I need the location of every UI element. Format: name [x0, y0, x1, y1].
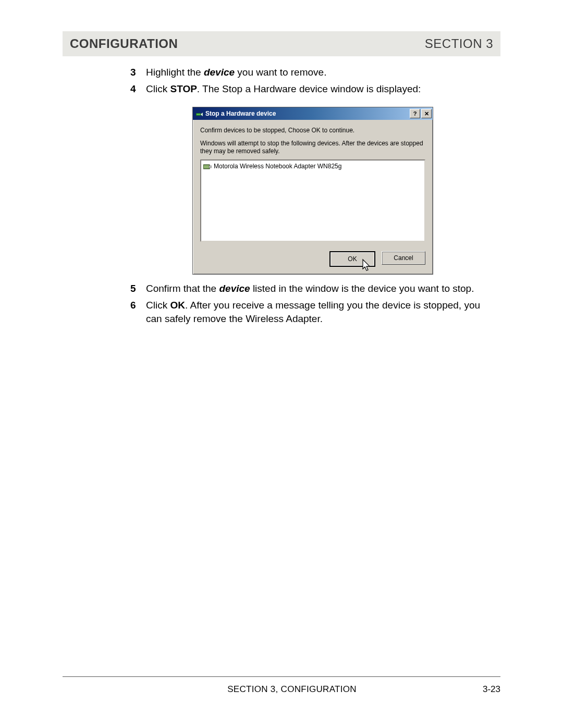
step-number: 3 [130, 66, 146, 79]
close-button[interactable]: ✕ [421, 109, 432, 118]
step-text: Highlight the device you want to remove. [146, 66, 495, 79]
ok-label: OK [348, 255, 357, 263]
svg-rect-4 [209, 166, 212, 168]
help-label: ? [413, 111, 417, 117]
emphasis-term: device [204, 67, 235, 78]
document-page: CONFIGURATION SECTION 3 3Highlight the d… [0, 0, 563, 728]
instruction-step: 4Click STOP. The Stop a Hardware device … [130, 82, 495, 96]
footer-row: SECTION 3, CONFIGURATION 3-23 [63, 684, 500, 695]
emphasis-term: device [219, 283, 250, 294]
close-icon: ✕ [424, 111, 429, 117]
dialog-title: Stop a Hardware device [205, 109, 410, 118]
help-button[interactable]: ? [410, 109, 420, 118]
screenshot-figure: Stop a Hardware device ? ✕ Confirm devic… [130, 107, 495, 275]
text-run: Confirm that the [146, 283, 219, 294]
titlebar-buttons: ? ✕ [410, 109, 432, 118]
text-run: . After you receive a message telling yo… [146, 300, 480, 324]
step-text: Click OK. After you receive a message te… [146, 299, 495, 325]
step-number: 6 [130, 299, 146, 325]
text-run: . The Stop a Hardware device window is d… [197, 83, 421, 94]
instruction-step: 5Confirm that the device listed in the w… [130, 282, 495, 295]
text-run: you want to remove. [235, 67, 326, 78]
svg-rect-3 [204, 165, 209, 168]
stop-hardware-dialog: Stop a Hardware device ? ✕ Confirm devic… [192, 107, 433, 275]
bold-term: STOP [170, 83, 197, 94]
ok-button[interactable]: OK [329, 251, 375, 267]
step-number: 4 [130, 82, 146, 96]
instruction-step: 6Click OK. After you receive a message t… [130, 299, 495, 325]
cancel-button[interactable]: Cancel [382, 251, 425, 265]
dialog-titlebar: Stop a Hardware device ? ✕ [193, 107, 433, 120]
text-run: Click [146, 83, 170, 94]
instruction-step: 3Highlight the device you want to remove… [130, 66, 495, 79]
device-list-item[interactable]: Motorola Wireless Notebook Adapter WN825… [202, 162, 423, 171]
dialog-button-row: OK Cancel [200, 251, 425, 267]
step-number: 5 [130, 282, 146, 295]
text-run: Click [146, 300, 170, 311]
footer-section-label: SECTION 3, CONFIGURATION [63, 684, 459, 695]
page-body: 3Highlight the device you want to remove… [63, 66, 500, 325]
dialog-instruction-1: Confirm devices to be stopped, Choose OK… [200, 126, 425, 134]
cancel-label: Cancel [394, 254, 413, 262]
svg-rect-1 [197, 114, 200, 115]
header-section: SECTION 3 [425, 36, 493, 51]
dialog-instruction-2: Windows will attempt to stop the followi… [200, 140, 425, 155]
header-title: CONFIGURATION [70, 36, 178, 51]
device-name: Motorola Wireless Notebook Adapter WN825… [214, 162, 341, 170]
footer-page-number: 3-23 [459, 684, 500, 695]
hardware-icon [195, 109, 203, 118]
step-text: Click STOP. The Stop a Hardware device w… [146, 82, 495, 96]
bold-term: OK [170, 300, 185, 311]
page-header: CONFIGURATION SECTION 3 [63, 31, 500, 56]
text-run: listed in the window is the device you w… [250, 283, 474, 294]
pc-card-icon [203, 163, 212, 170]
page-footer: SECTION 3, CONFIGURATION 3-23 [63, 676, 500, 695]
step-text: Confirm that the device listed in the wi… [146, 282, 495, 295]
footer-rule [63, 676, 500, 677]
dialog-body: Confirm devices to be stopped, Choose OK… [193, 120, 433, 274]
text-run: Highlight the [146, 67, 204, 78]
device-listbox[interactable]: Motorola Wireless Notebook Adapter WN825… [200, 159, 425, 242]
